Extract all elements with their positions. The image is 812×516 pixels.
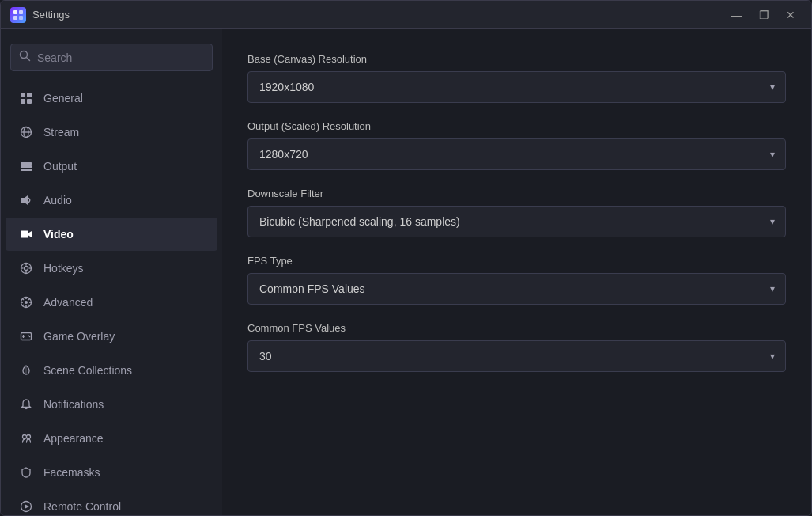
svg-point-26 <box>25 301 28 304</box>
svg-point-41 <box>23 435 27 439</box>
sidebar-item-output[interactable]: Output <box>6 150 217 183</box>
settings-window: Settings — ❐ ✕ Search <box>0 0 812 516</box>
sidebar-item-video[interactable]: Video <box>6 218 217 251</box>
svg-point-42 <box>27 435 31 439</box>
appearance-label: Appearance <box>43 432 104 445</box>
downscale-filter-label: Downscale Filter <box>247 188 786 199</box>
svg-rect-15 <box>21 169 32 171</box>
sidebar-item-facemasks[interactable]: Facemasks <box>6 456 217 489</box>
hotkeys-label: Hotkeys <box>43 262 84 275</box>
fps-type-group: FPS Type Common FPS Values Integer FPS V… <box>247 255 786 305</box>
fps-type-label: FPS Type <box>247 255 786 267</box>
app-icon <box>10 7 26 23</box>
svg-point-20 <box>25 267 28 271</box>
svg-rect-9 <box>27 99 32 104</box>
search-placeholder: Search <box>37 51 72 64</box>
main-content: Base (Canvas) Resolution 1920x1080 1280x… <box>222 29 811 515</box>
advanced-label: Advanced <box>43 296 93 309</box>
sidebar-item-notifications[interactable]: Notifications <box>6 388 217 421</box>
search-container: Search <box>1 39 222 81</box>
scene-collections-icon <box>18 362 34 378</box>
common-fps-group: Common FPS Values 24 25 29.97 30 48 59.9… <box>247 322 786 372</box>
svg-rect-3 <box>19 16 23 20</box>
facemasks-label: Facemasks <box>43 466 100 479</box>
common-fps-select[interactable]: 24 25 29.97 30 48 59.94 60 <box>247 340 786 372</box>
output-resolution-wrapper: 1280x720 1920x1080 1366x768 854x480 ▾ <box>247 138 786 170</box>
remote-control-icon <box>18 499 34 514</box>
sidebar-item-game-overlay[interactable]: Game Overlay <box>6 320 217 353</box>
appearance-icon <box>18 431 34 446</box>
svg-point-39 <box>29 336 31 338</box>
svg-marker-44 <box>25 504 29 509</box>
output-resolution-label: Output (Scaled) Resolution <box>247 120 786 132</box>
sidebar-item-audio[interactable]: Audio <box>6 184 217 217</box>
advanced-icon <box>18 294 34 310</box>
sidebar-item-hotkeys[interactable]: Hotkeys <box>6 252 217 285</box>
output-resolution-group: Output (Scaled) Resolution 1280x720 1920… <box>247 120 786 170</box>
svg-line-32 <box>28 305 30 306</box>
general-label: General <box>43 92 83 104</box>
output-icon <box>18 158 34 174</box>
notifications-label: Notifications <box>43 398 104 411</box>
fps-type-wrapper: Common FPS Values Integer FPS Value Frac… <box>247 273 786 305</box>
svg-rect-0 <box>13 10 17 14</box>
svg-rect-13 <box>21 162 32 165</box>
video-icon <box>18 226 34 242</box>
general-icon <box>18 90 34 106</box>
audio-icon <box>18 192 34 208</box>
base-resolution-label: Base (Canvas) Resolution <box>247 53 786 65</box>
downscale-filter-wrapper: Bicubic (Sharpened scaling, 16 samples) … <box>247 206 786 237</box>
sidebar-item-scene-collections[interactable]: Scene Collections <box>6 354 217 387</box>
sidebar-item-general[interactable]: General <box>6 82 217 115</box>
audio-label: Audio <box>43 194 72 207</box>
titlebar-left: Settings <box>10 7 70 23</box>
notifications-icon <box>18 396 34 412</box>
output-label: Output <box>43 160 77 173</box>
sidebar-item-stream[interactable]: Stream <box>6 116 217 149</box>
svg-marker-18 <box>28 231 32 237</box>
svg-rect-14 <box>21 165 32 168</box>
sidebar: Search General <box>1 29 222 515</box>
svg-rect-2 <box>13 16 17 20</box>
content-area: Search General <box>1 29 811 515</box>
fps-type-select[interactable]: Common FPS Values Integer FPS Value Frac… <box>247 273 786 305</box>
base-resolution-select[interactable]: 1920x1080 1280x720 1366x768 2560x1440 38… <box>247 71 786 103</box>
remote-control-label: Remote Control <box>43 500 121 513</box>
common-fps-wrapper: 24 25 29.97 30 48 59.94 60 ▾ <box>247 340 786 372</box>
window-title: Settings <box>32 9 70 21</box>
sidebar-item-remote-control[interactable]: Remote Control <box>6 490 217 515</box>
minimize-button[interactable]: — <box>726 7 748 23</box>
svg-rect-1 <box>19 10 23 14</box>
close-button[interactable]: ✕ <box>780 7 802 23</box>
search-box[interactable]: Search <box>10 44 213 71</box>
video-label: Video <box>43 228 74 241</box>
stream-label: Stream <box>43 126 79 138</box>
stream-icon <box>18 124 34 140</box>
common-fps-label: Common FPS Values <box>247 322 786 334</box>
downscale-filter-group: Downscale Filter Bicubic (Sharpened scal… <box>247 188 786 237</box>
base-resolution-wrapper: 1920x1080 1280x720 1366x768 2560x1440 38… <box>247 71 786 103</box>
svg-line-5 <box>27 58 30 61</box>
window-controls: — ❐ ✕ <box>726 7 802 23</box>
hotkeys-icon <box>18 260 34 276</box>
sidebar-item-advanced[interactable]: Advanced <box>6 286 217 319</box>
facemasks-icon <box>18 465 34 480</box>
svg-rect-7 <box>27 93 32 97</box>
maximize-button[interactable]: ❐ <box>753 7 775 23</box>
output-resolution-select[interactable]: 1280x720 1920x1080 1366x768 854x480 <box>247 138 786 170</box>
svg-rect-6 <box>21 93 25 97</box>
svg-rect-8 <box>21 99 25 104</box>
titlebar: Settings — ❐ ✕ <box>1 1 811 29</box>
svg-rect-17 <box>21 231 28 238</box>
game-overlay-icon <box>18 328 34 344</box>
game-overlay-label: Game Overlay <box>43 330 115 343</box>
scene-collections-label: Scene Collections <box>43 364 132 377</box>
svg-line-34 <box>22 305 24 306</box>
svg-line-31 <box>22 298 24 300</box>
svg-line-33 <box>28 298 30 300</box>
base-resolution-group: Base (Canvas) Resolution 1920x1080 1280x… <box>247 53 786 103</box>
search-icon <box>19 50 31 65</box>
svg-point-38 <box>28 335 29 336</box>
sidebar-item-appearance[interactable]: Appearance <box>6 422 217 455</box>
downscale-filter-select[interactable]: Bicubic (Sharpened scaling, 16 samples) … <box>247 206 786 237</box>
